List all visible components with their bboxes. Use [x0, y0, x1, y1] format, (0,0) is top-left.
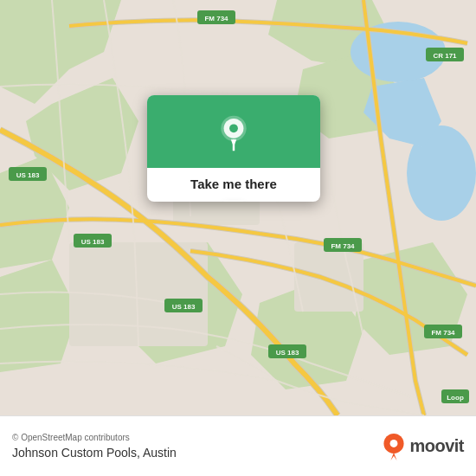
fm734-bottom-label: FM 734 [431, 329, 455, 337]
loop-label: Loop [447, 394, 464, 402]
us183-bottom-label: US 183 [276, 349, 299, 357]
us183-low-label: US 183 [172, 303, 196, 311]
us183-mid-label: US 183 [81, 238, 105, 246]
fm734-top-label: FM 734 [204, 15, 228, 23]
bottom-bar: © OpenStreetMap contributors Johnson Cus… [0, 415, 476, 476]
moovit-logo[interactable]: moovit [382, 433, 464, 460]
popup-header [147, 95, 320, 168]
map-container: FM 734 CR 171 US 183 US 183 US 183 US 18… [0, 0, 476, 415]
fm734-right-label: FM 734 [331, 242, 355, 250]
take-me-there-button[interactable]: Take me there [177, 168, 291, 202]
cr171-label: CR 171 [433, 52, 457, 60]
place-name: Johnson Custom Pools, Austin [12, 446, 177, 460]
svg-point-27 [229, 124, 238, 132]
bottom-left: © OpenStreetMap contributors Johnson Cus… [12, 433, 177, 460]
copyright-text: © OpenStreetMap contributors [12, 433, 177, 442]
moovit-pin-icon [382, 433, 406, 460]
us183-left-label: US 183 [16, 171, 40, 179]
moovit-text: moovit [409, 436, 464, 456]
location-pin-icon [215, 114, 253, 152]
popup-tail [223, 201, 244, 202]
svg-point-30 [390, 440, 398, 447]
svg-marker-28 [231, 139, 237, 146]
popup-card[interactable]: Take me there [147, 95, 320, 202]
